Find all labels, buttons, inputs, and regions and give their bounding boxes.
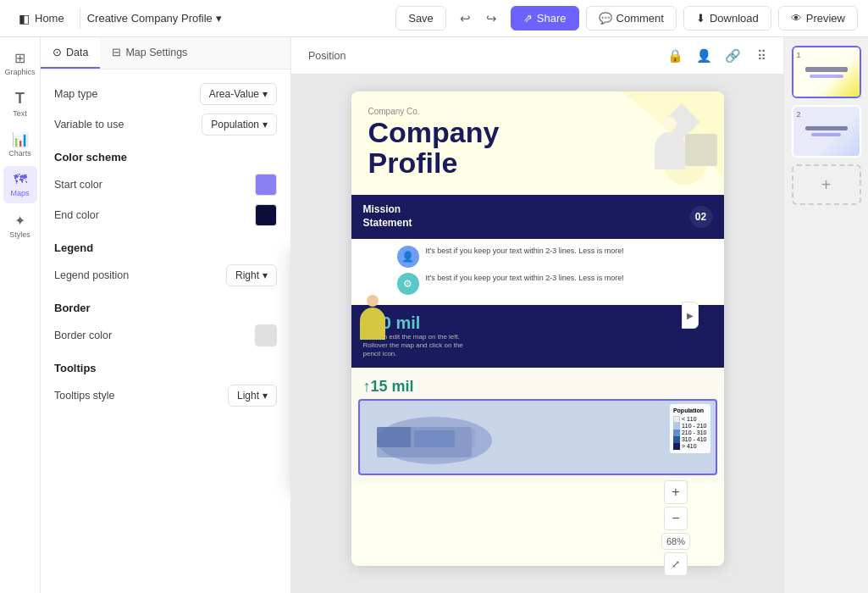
save-label: Save <box>408 12 434 25</box>
document-title[interactable]: Creative Company Profile ▾ <box>87 12 222 25</box>
thumbnail-2[interactable]: 2 <box>792 105 861 158</box>
sidebar-item-maps[interactable]: 🗺 Maps <box>3 166 37 203</box>
chevron-down-icon: ▾ <box>263 390 268 402</box>
tooltips-style-label: Tooltips style <box>54 390 115 402</box>
start-color-swatch[interactable] <box>255 174 277 196</box>
charts-label: Charts <box>8 149 31 158</box>
data-tab-icon: ⊙ <box>53 46 62 58</box>
tab-data[interactable]: ⊙ Data <box>41 37 100 69</box>
share-button[interactable]: ⇗ Share <box>511 6 579 30</box>
company-name: Company Co. <box>368 107 707 116</box>
legend-item-2: 210 - 310 <box>682 430 707 435</box>
chevron-down-icon: ▾ <box>263 269 268 281</box>
save-button[interactable]: Save <box>395 6 446 30</box>
home-label: Home <box>35 12 64 25</box>
sidebar-item-graphics[interactable]: ⊞ Graphics <box>3 44 37 81</box>
redo-button[interactable]: ↪ <box>479 6 504 31</box>
legend-item-4: > 410 <box>682 443 697 449</box>
legend-position-value: Right <box>235 269 259 281</box>
text-label: Text <box>13 109 27 118</box>
map-type-select[interactable]: Area-Value ▾ <box>200 83 277 105</box>
legend-position-select[interactable]: Right ▾ <box>226 264 277 286</box>
undo-redo-group: ↩ ↪ <box>453 6 504 31</box>
legend-position-row: Legend position Right ▾ <box>54 264 277 286</box>
title-text: Creative Company Profile <box>87 12 213 25</box>
map-type-section: Map type Area-Value ▾ Variable to use Po… <box>54 83 277 136</box>
link-icon[interactable]: 🔗 <box>721 44 744 68</box>
mission-bar: MissionStatement 02 <box>351 195 724 238</box>
preview-icon: 👁 <box>791 12 802 25</box>
border-color-row: Border color <box>54 324 277 346</box>
collapse-arrow[interactable]: ▶ <box>682 302 699 329</box>
legend-section: Legend Legend position Right ▾ <box>54 241 277 286</box>
person-icon[interactable]: 👤 <box>692 44 716 68</box>
canvas-content: Company Co. Company Profile MissionState… <box>291 75 783 593</box>
comment-button[interactable]: 💬 Comment <box>586 6 677 30</box>
grid-icon[interactable]: ⠿ <box>749 44 773 68</box>
start-color-label: Start color <box>54 179 102 191</box>
variable-value: Population <box>211 119 259 130</box>
main-layout: ⊞ Graphics T Text 📊 Charts 🗺 Maps ✦ Styl… <box>0 37 868 593</box>
map-type-value: Area-Value <box>209 88 259 100</box>
map-settings-label: Map Settings <box>125 47 187 58</box>
download-icon: ⬇ <box>696 12 705 25</box>
data-tab-label: Data <box>66 47 88 58</box>
map-legend: Population < 110 110 - 210 210 - 310 310… <box>670 404 710 453</box>
mission-item-1-text: It's best if you keep your text within 2… <box>426 246 624 257</box>
expand-button[interactable]: ⤢ <box>664 552 688 576</box>
svg-rect-5 <box>414 430 455 447</box>
lock-icon[interactable]: 🔒 <box>663 44 687 68</box>
sidebar-item-styles[interactable]: ✦ Styles <box>3 207 37 244</box>
share-icon: ⇗ <box>523 12 533 25</box>
border-color-swatch[interactable] <box>255 324 277 346</box>
color-scheme-section: Color scheme Start color End color <box>54 151 277 226</box>
styles-label: Styles <box>9 230 30 239</box>
tab-map-settings[interactable]: ⊟ Map Settings <box>100 37 199 69</box>
add-slide-button[interactable]: + <box>792 164 861 205</box>
stats-bar: $10 mil You can edit the map on the left… <box>351 305 724 368</box>
start-color-row: Start color <box>54 174 277 196</box>
zoom-out-button[interactable]: − <box>664 507 688 530</box>
thumb-img-1 <box>793 47 860 97</box>
mission-num: 02 <box>690 206 712 228</box>
map-section: ↑15 mil <box>351 368 724 482</box>
tooltips-style-row: Tooltips style Light ▾ <box>54 385 277 407</box>
zoom-in-button[interactable]: + <box>664 480 688 504</box>
divider <box>80 8 80 29</box>
graphics-label: Graphics <box>4 68 35 76</box>
zoom-level: 68% <box>661 533 690 550</box>
legend-position-label: Legend position <box>54 269 129 281</box>
title-line1: Company <box>368 118 707 148</box>
variable-select[interactable]: Population ▾ <box>202 114 277 136</box>
undo-button[interactable]: ↩ <box>453 6 478 31</box>
text-icon: T <box>15 90 25 108</box>
legend-title: Legend <box>54 241 277 254</box>
stat2-value: ↑15 mil <box>358 374 717 399</box>
tooltips-style-value: Light <box>237 390 259 402</box>
tooltips-style-select[interactable]: Light ▾ <box>228 385 277 407</box>
end-color-swatch[interactable] <box>255 204 277 226</box>
mission-items: 👤 It's best if you keep your text within… <box>351 239 724 302</box>
preview-label: Preview <box>806 12 845 25</box>
download-button[interactable]: ⬇ Download <box>683 6 771 30</box>
panel-tabs: ⊙ Data ⊟ Map Settings <box>41 37 290 69</box>
panel-content: Map type Area-Value ▾ Variable to use Po… <box>41 69 290 435</box>
maps-label: Maps <box>10 189 29 197</box>
legend-title: Population <box>673 407 707 413</box>
maps-icon: 🗺 <box>14 172 27 187</box>
home-button[interactable]: ◧ Home <box>10 8 73 29</box>
graphics-icon: ⊞ <box>14 50 25 66</box>
sidebar-item-charts[interactable]: 📊 Charts <box>3 125 37 163</box>
legend-item-3: 310 - 410 <box>682 436 707 442</box>
color-scheme-title: Color scheme <box>54 151 277 163</box>
map-placeholder: Population < 110 110 - 210 210 - 310 310… <box>358 399 717 475</box>
variable-label: Variable to use <box>54 119 124 130</box>
sidebar-item-text[interactable]: T Text <box>3 85 37 122</box>
chevron-down-icon: ▾ <box>263 88 268 100</box>
end-color-row: End color <box>54 204 277 226</box>
slide-title: Company Profile <box>368 118 707 178</box>
border-section: Border Border color <box>54 302 277 346</box>
download-label: Download <box>710 12 759 25</box>
preview-button[interactable]: 👁 Preview <box>778 6 858 30</box>
thumbnail-1[interactable]: 1 <box>792 46 861 98</box>
